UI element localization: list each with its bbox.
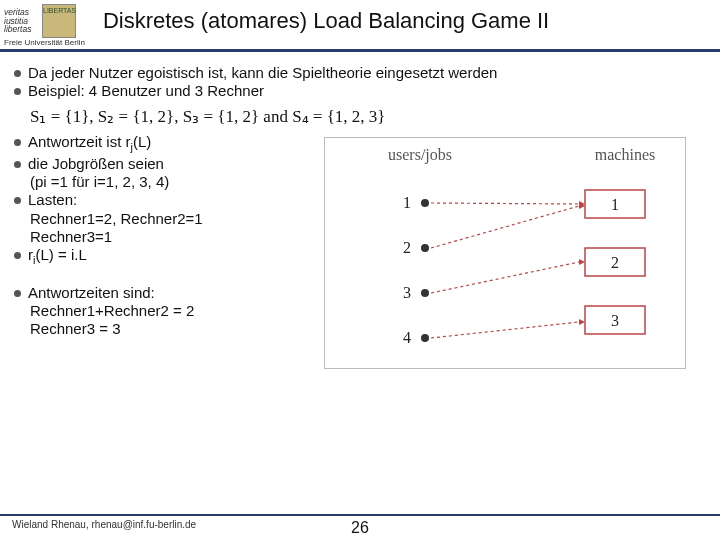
svg-text:2: 2 <box>403 239 411 256</box>
bullet-7a: Rechner1+Rechner2 = 2 <box>14 302 314 320</box>
svg-point-8 <box>421 289 429 297</box>
svg-text:1: 1 <box>403 194 411 211</box>
set-formula: S₁ = {1}, S₂ = {1, 2}, S₃ = {1, 2} and S… <box>30 107 706 128</box>
slide-header: veritas iustitia libertas LIBERTAS Freie… <box>0 0 720 52</box>
machines-label: machines <box>595 146 655 163</box>
bullet-1: Da jeder Nutzer egoistisch ist, kann die… <box>14 64 706 82</box>
university-name: Freie Universität Berlin <box>4 38 85 47</box>
svg-marker-20 <box>579 259 585 265</box>
svg-point-10 <box>421 334 429 342</box>
bullet-2: Beispiel: 4 Benutzer und 3 Rechner <box>14 82 706 100</box>
bullet-6: ri(L) = i.L <box>14 246 314 267</box>
bullet-3: Antwortzeit ist rj(L) <box>14 133 314 154</box>
svg-line-3 <box>431 322 579 338</box>
users-label: users/jobs <box>388 146 452 164</box>
bullet-7: Antwortzeiten sind: <box>14 284 314 302</box>
bullet-7b: Rechner3 = 3 <box>14 320 314 338</box>
svg-line-0 <box>431 203 579 204</box>
page-number: 26 <box>351 519 369 537</box>
svg-line-1 <box>431 206 579 248</box>
slide-body: Da jeder Nutzer egoistisch ist, kann die… <box>0 52 720 369</box>
footer-author: Wieland Rhenau, rhenau@inf.fu-berlin.de <box>12 519 196 530</box>
bipartite-diagram: users/jobs machines 1 2 3 4 1 2 <box>324 137 686 369</box>
svg-point-4 <box>421 199 429 207</box>
svg-text:3: 3 <box>611 312 619 329</box>
bullet-5: Lasten: <box>14 191 314 209</box>
slide-title: Diskretes (atomares) Load Balancing Game… <box>103 8 549 34</box>
svg-text:2: 2 <box>611 254 619 271</box>
svg-line-2 <box>431 262 579 293</box>
svg-text:1: 1 <box>611 196 619 213</box>
svg-text:4: 4 <box>403 329 411 346</box>
bullet-5a: Rechner1=2, Rechner2=1 <box>14 210 314 228</box>
svg-marker-21 <box>579 319 585 325</box>
uni-seal-icon: LIBERTAS <box>42 4 76 38</box>
uni-motto: veritas iustitia libertas <box>4 8 38 35</box>
bullet-5b: Rechner3=1 <box>14 228 314 246</box>
svg-text:3: 3 <box>403 284 411 301</box>
slide-footer: Wieland Rhenau, rhenau@inf.fu-berlin.de … <box>0 514 720 530</box>
bullet-4: die Jobgrößen seien <box>14 155 314 173</box>
bullet-4-sub: (pi =1 für i=1, 2, 3, 4) <box>14 173 314 191</box>
svg-point-6 <box>421 244 429 252</box>
